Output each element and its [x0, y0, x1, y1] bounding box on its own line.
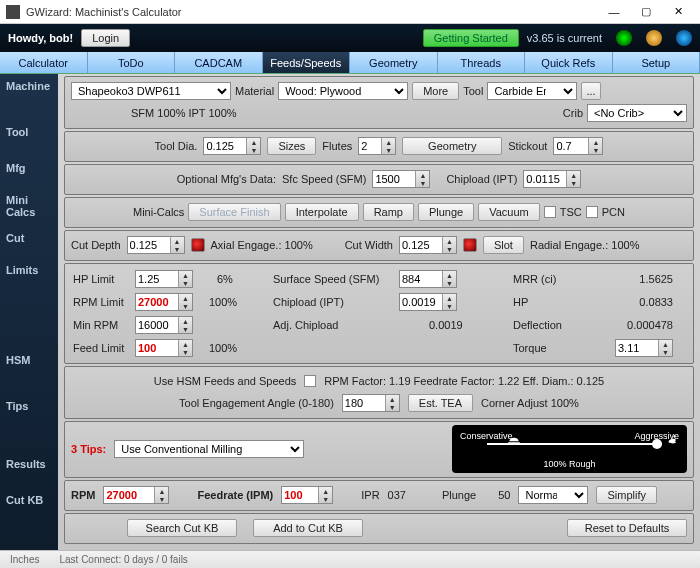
section-mfg: Optional Mfg's Data: Sfc Speed (SFM) ▲▼ … — [64, 164, 694, 195]
tab-quick-refs[interactable]: Quick Refs — [525, 52, 613, 73]
side-cut: Cut — [0, 226, 58, 248]
ipr-value: 037 — [388, 489, 406, 501]
flutes-label: Flutes — [322, 140, 352, 152]
rpm-input[interactable]: ▲▼ — [103, 486, 169, 504]
cut-width-input[interactable]: ▲▼ — [399, 236, 457, 254]
sfc-input[interactable]: ▲▼ — [372, 170, 430, 188]
tab-feeds-speeds[interactable]: Feeds/Speeds — [263, 52, 351, 73]
feedrate-label: Feedrate (IPM) — [197, 489, 273, 501]
connect-text: Last Connect: 0 days / 0 fails — [59, 554, 187, 565]
feedrate-input[interactable]: ▲▼ — [281, 486, 333, 504]
greeting: Howdy, bob! — [8, 32, 73, 44]
section-tool: Tool Dia. ▲▼ Sizes Flutes ▲▼ Geometry St… — [64, 131, 694, 162]
tab-cadcam[interactable]: CADCAM — [175, 52, 263, 73]
ramp-button[interactable]: Ramp — [363, 203, 414, 221]
status-icon[interactable] — [616, 30, 632, 46]
section-limits: HP Limit▲▼6% RPM Limit▲▼100% Min RPM▲▼ F… — [64, 263, 694, 364]
window-max-icon[interactable]: ▢ — [630, 0, 662, 24]
tool-ellipsis-button[interactable]: ... — [581, 82, 600, 100]
tsc-checkbox[interactable] — [544, 206, 556, 218]
tea-label: Tool Engagement Angle (0-180) — [179, 397, 334, 409]
tips-count: 3 Tips: — [71, 443, 106, 455]
crib-label: Crib — [563, 107, 583, 119]
login-button[interactable]: Login — [81, 29, 130, 47]
up-icon: ▲ — [247, 138, 260, 146]
tip-icon[interactable] — [646, 30, 662, 46]
geometry-button[interactable]: Geometry — [402, 137, 502, 155]
window-min-icon[interactable]: — — [598, 0, 630, 24]
section-results: RPM ▲▼ Feedrate (IPM) ▲▼ IPR 037 Plunge … — [64, 480, 694, 511]
ipr-label: IPR — [361, 489, 379, 501]
tab-setup[interactable]: Setup — [613, 52, 701, 73]
tab-todo[interactable]: ToDo — [88, 52, 176, 73]
stickout-label: Stickout — [508, 140, 547, 152]
section-tips: 3 Tips: Use Conventional Milling Conserv… — [64, 421, 694, 478]
getting-started-button[interactable]: Getting Started — [423, 29, 519, 47]
tab-threads[interactable]: Threads — [438, 52, 526, 73]
hsm-factors: RPM Factor: 1.19 Feedrate Factor: 1.22 E… — [324, 375, 604, 387]
crib-select[interactable]: <No Crib> — [587, 104, 687, 122]
tool-dia-label: Tool Dia. — [155, 140, 198, 152]
pcn-checkbox[interactable] — [586, 206, 598, 218]
topbar: Howdy, bob! Login Getting Started v3.65 … — [0, 24, 700, 52]
chipload-input[interactable]: ▲▼ — [523, 170, 581, 188]
sizes-button[interactable]: Sizes — [267, 137, 316, 155]
aggressiveness-slider[interactable]: Conservative Aggressive 100% Rough — [452, 425, 687, 473]
mini-calcs-label: Mini-Calcs — [133, 206, 184, 218]
hsm-checkbox[interactable] — [304, 375, 316, 387]
axial-text: Axial Engage.: 100% — [211, 239, 313, 251]
down-icon: ▼ — [247, 146, 260, 154]
stickout-input[interactable]: ▲▼ — [553, 137, 603, 155]
version-text: v3.65 is current — [527, 32, 602, 44]
tab-geometry[interactable]: Geometry — [350, 52, 438, 73]
titlebar: GWizard: Machinist's Calculator — ▢ ✕ — [0, 0, 700, 24]
feed-limit-input[interactable]: ▲▼ — [135, 339, 193, 357]
tool-label: Tool — [463, 85, 483, 97]
section-cut: Cut Depth ▲▼ Axial Engage.: 100% Cut Wid… — [64, 230, 694, 261]
cut-depth-label: Cut Depth — [71, 239, 121, 251]
more-button[interactable]: More — [412, 82, 459, 100]
surface-finish-button: Surface Finish — [188, 203, 280, 221]
radial-indicator-icon[interactable] — [463, 238, 477, 252]
tool-dia-input[interactable]: ▲▼ — [203, 137, 261, 155]
tips-select[interactable]: Use Conventional Milling — [114, 440, 304, 458]
sidebar: Machine Tool Mfg Mini Calcs Cut Limits H… — [0, 74, 58, 550]
sfc-label: Sfc Speed (SFM) — [282, 173, 366, 185]
radial-text: Radial Engage.: 100% — [530, 239, 639, 251]
plunge-button[interactable]: Plunge — [418, 203, 474, 221]
vacuum-button[interactable]: Vacuum — [478, 203, 540, 221]
corner-adjust-text: Corner Adjust 100% — [481, 397, 579, 409]
sfm-ipt-text: SFM 100% IPT 100% — [131, 107, 237, 119]
surface-speed-input[interactable]: ▲▼ — [399, 270, 457, 288]
side-cut-kb: Cut KB — [0, 488, 58, 510]
simplify-button[interactable]: Simplify — [596, 486, 657, 504]
min-rpm-input[interactable]: ▲▼ — [135, 316, 193, 334]
flutes-input[interactable]: ▲▼ — [358, 137, 396, 155]
profile-select[interactable]: Shapeoko3 DWP611 — [71, 82, 231, 100]
side-hsm: HSM — [0, 348, 58, 370]
est-tea-button[interactable]: Est. TEA — [408, 394, 473, 412]
reset-defaults-button[interactable]: Reset to Defaults — [567, 519, 687, 537]
slot-button[interactable]: Slot — [483, 236, 524, 254]
search-cut-kb-button[interactable]: Search Cut KB — [127, 519, 237, 537]
hsm-use-label: Use HSM Feeds and Speeds — [154, 375, 296, 387]
cut-depth-input[interactable]: ▲▼ — [127, 236, 185, 254]
tea-input[interactable]: ▲▼ — [342, 394, 400, 412]
torque-input[interactable]: ▲▼ — [615, 339, 673, 357]
conservative-label: Conservative — [460, 431, 513, 441]
window-close-icon[interactable]: ✕ — [662, 0, 694, 24]
side-results: Results — [0, 452, 58, 474]
chipload-ipt-input[interactable]: ▲▼ — [399, 293, 457, 311]
hp-limit-input[interactable]: ▲▼ — [135, 270, 193, 288]
tab-calculator[interactable]: Calculator — [0, 52, 88, 73]
status-bar: Inches Last Connect: 0 days / 0 fails — [0, 550, 700, 568]
interpolate-button[interactable]: Interpolate — [285, 203, 359, 221]
section-cut-kb: Search Cut KB Add to Cut KB Reset to Def… — [64, 513, 694, 544]
help-icon[interactable] — [676, 30, 692, 46]
rpm-limit-input[interactable]: ▲▼ — [135, 293, 193, 311]
tool-select[interactable]: Carbide Endmill — [487, 82, 577, 100]
axial-indicator-icon[interactable] — [191, 238, 205, 252]
material-select[interactable]: Wood: Plywood — [278, 82, 408, 100]
plunge-mode-select[interactable]: Normal — [518, 486, 588, 504]
add-cut-kb-button[interactable]: Add to Cut KB — [253, 519, 363, 537]
